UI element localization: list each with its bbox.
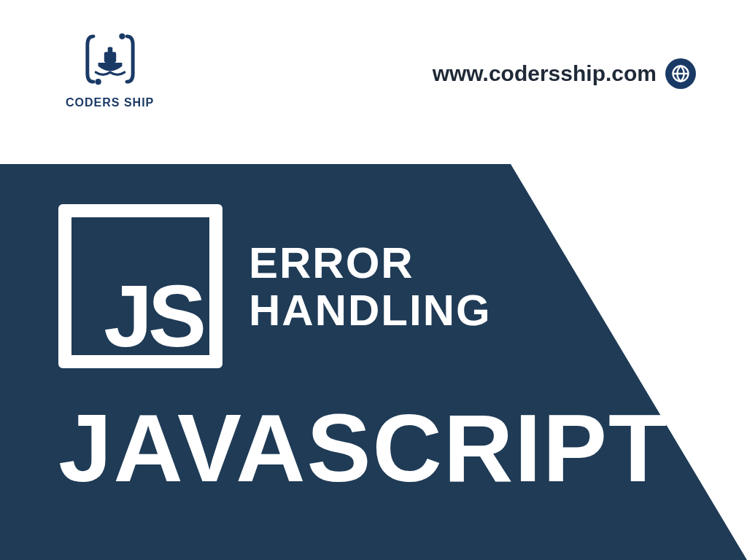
headline: ERROR HANDLING	[249, 240, 492, 333]
page-canvas: CODERS SHIP www.codersship.com JS ERROR …	[0, 0, 747, 560]
website-url-block: www.codersship.com	[433, 58, 696, 89]
banner-top-row: JS ERROR HANDLING	[58, 204, 747, 368]
website-url: www.codersship.com	[433, 61, 657, 86]
headline-line-2: HANDLING	[249, 287, 492, 333]
headline-line-1: ERROR	[249, 240, 492, 286]
svg-rect-3	[107, 47, 112, 53]
globe-icon	[665, 58, 696, 89]
js-badge-letters: JS	[104, 281, 202, 351]
main-title: JAVASCRIPT	[58, 393, 747, 503]
banner: JS ERROR HANDLING JAVASCRIPT	[0, 164, 747, 560]
ship-logo-icon	[80, 29, 140, 92]
brand-name: CODERS SHIP	[66, 96, 154, 109]
svg-point-0	[119, 34, 125, 39]
svg-rect-2	[104, 52, 115, 63]
brand-logo-block: CODERS SHIP	[66, 29, 154, 109]
js-badge: JS	[58, 204, 222, 368]
svg-point-1	[95, 79, 101, 85]
banner-content: JS ERROR HANDLING JAVASCRIPT	[58, 204, 747, 560]
